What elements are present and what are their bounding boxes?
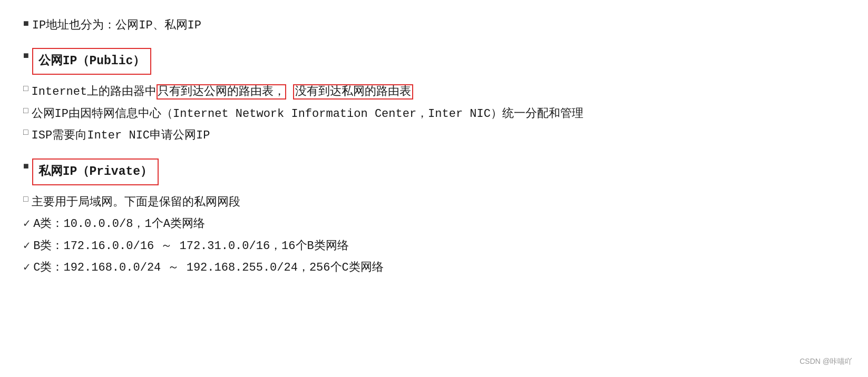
- private-item-bullet-1: □: [23, 193, 28, 207]
- private-ip-item-4: ✓ C类：192.168.0.0/24 ～ 192.168.255.0/24，2…: [21, 258, 847, 277]
- watermark: CSDN @咔喵吖: [799, 357, 852, 366]
- item-bullet-1: □: [23, 82, 28, 96]
- public-ip-title: 公网IP（Public）: [32, 48, 151, 75]
- private-item-3-content: B类：172.16.0.0/16 ～ 172.31.0.0/16，16个B类网络: [33, 236, 847, 256]
- item-bullet-2: □: [23, 104, 28, 118]
- main-content: ■ IP地址也分为：公网IP、私网IP ■ 公网IP（Public） □ Int…: [21, 16, 847, 277]
- public-ip-item-3: □ ISP需要向Inter NIC申请公网IP: [21, 126, 847, 145]
- header-line: ■ IP地址也分为：公网IP、私网IP: [21, 16, 847, 35]
- header-bullet: ■: [23, 16, 29, 32]
- private-ip-title-bullet: ■: [23, 158, 29, 175]
- private-item-4-content: C类：192.168.0.0/24 ～ 192.168.255.0/24，256…: [33, 258, 847, 277]
- item-3-content: ISP需要向Inter NIC申请公网IP: [32, 126, 847, 145]
- public-ip-section: ■ 公网IP（Public） □ Internet上的路由器中只有到达公网的路由…: [21, 48, 847, 145]
- check-bullet-2: ✓: [23, 236, 30, 256]
- private-ip-item-3: ✓ B类：172.16.0.0/16 ～ 172.31.0.0/16，16个B类…: [21, 236, 847, 256]
- private-ip-title-line: ■ 私网IP（Private）: [21, 158, 847, 191]
- public-ip-title-bullet: ■: [23, 48, 29, 64]
- item-2-content: 公网IP由因特网信息中心（Internet Network Informatio…: [32, 104, 847, 124]
- check-bullet-3: ✓: [23, 258, 30, 277]
- public-ip-item-1: □ Internet上的路由器中只有到达公网的路由表， 没有到达私网的路由表: [21, 82, 847, 102]
- public-ip-item-2: □ 公网IP由因特网信息中心（Internet Network Informat…: [21, 104, 847, 124]
- private-ip-item-1: □ 主要用于局域网。下面是保留的私网网段: [21, 193, 847, 212]
- private-ip-section: ■ 私网IP（Private） □ 主要用于局域网。下面是保留的私网网段 ✓ A…: [21, 158, 847, 278]
- check-bullet-1: ✓: [23, 214, 30, 234]
- item-bullet-3: □: [23, 126, 28, 140]
- public-ip-title-line: ■ 公网IP（Public）: [21, 48, 847, 80]
- item-1-content: Internet上的路由器中只有到达公网的路由表， 没有到达私网的路由表: [32, 82, 847, 102]
- header-text: IP地址也分为：公网IP、私网IP: [32, 16, 847, 35]
- private-ip-item-2: ✓ A类：10.0.0.0/8，1个A类网络: [21, 214, 847, 234]
- private-item-2-content: A类：10.0.0.0/8，1个A类网络: [33, 214, 847, 234]
- private-ip-title: 私网IP（Private）: [32, 158, 159, 185]
- private-item-1-content: 主要用于局域网。下面是保留的私网网段: [32, 193, 847, 212]
